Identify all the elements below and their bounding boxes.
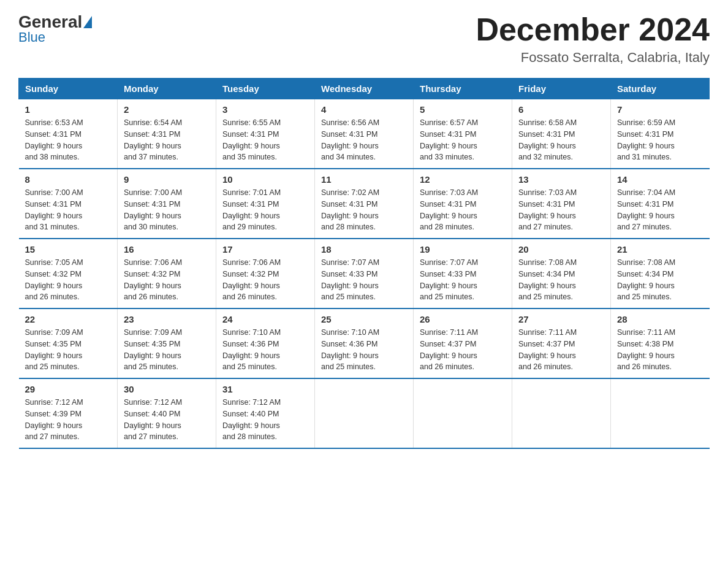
day-number: 16 xyxy=(124,244,210,255)
calendar-day-cell: 18Sunrise: 7:07 AMSunset: 4:33 PMDayligh… xyxy=(315,239,414,308)
day-number: 21 xyxy=(617,244,703,255)
day-header-thursday: Thursday xyxy=(414,79,512,99)
day-header-wednesday: Wednesday xyxy=(315,79,414,99)
calendar-day-cell: 4Sunrise: 6:56 AMSunset: 4:31 PMDaylight… xyxy=(315,99,414,169)
day-info: Sunrise: 7:00 AMSunset: 4:31 PMDaylight:… xyxy=(124,187,210,233)
day-number: 18 xyxy=(321,244,407,255)
calendar-day-cell: 30Sunrise: 7:12 AMSunset: 4:40 PMDayligh… xyxy=(118,378,216,448)
day-number: 8 xyxy=(25,174,112,185)
page-header: General Blue December 2024 Fossato Serra… xyxy=(18,12,710,66)
day-info: Sunrise: 7:06 AMSunset: 4:32 PMDaylight:… xyxy=(222,257,308,303)
day-info: Sunrise: 7:06 AMSunset: 4:32 PMDaylight:… xyxy=(124,257,210,303)
day-number: 14 xyxy=(617,174,703,185)
calendar-day-cell: 27Sunrise: 7:11 AMSunset: 4:37 PMDayligh… xyxy=(512,308,611,378)
day-info: Sunrise: 7:08 AMSunset: 4:34 PMDaylight:… xyxy=(518,257,604,303)
day-number: 26 xyxy=(420,314,506,324)
days-header-row: SundayMondayTuesdayWednesdayThursdayFrid… xyxy=(19,79,710,99)
day-number: 17 xyxy=(222,244,308,255)
day-number: 12 xyxy=(420,174,506,185)
day-number: 10 xyxy=(222,174,308,185)
day-info: Sunrise: 7:07 AMSunset: 4:33 PMDaylight:… xyxy=(321,257,407,303)
calendar-day-cell: 29Sunrise: 7:12 AMSunset: 4:39 PMDayligh… xyxy=(19,378,118,448)
day-number: 24 xyxy=(222,314,308,324)
day-number: 25 xyxy=(321,314,407,324)
day-header-friday: Friday xyxy=(512,79,611,99)
calendar-day-cell: 20Sunrise: 7:08 AMSunset: 4:34 PMDayligh… xyxy=(512,239,611,308)
day-info: Sunrise: 7:04 AMSunset: 4:31 PMDaylight:… xyxy=(617,187,703,233)
day-info: Sunrise: 6:56 AMSunset: 4:31 PMDaylight:… xyxy=(321,117,407,163)
day-number: 23 xyxy=(124,314,210,324)
day-info: Sunrise: 6:58 AMSunset: 4:31 PMDaylight:… xyxy=(518,117,604,163)
day-info: Sunrise: 6:59 AMSunset: 4:31 PMDaylight:… xyxy=(617,117,703,163)
calendar-day-cell: 13Sunrise: 7:03 AMSunset: 4:31 PMDayligh… xyxy=(512,169,611,239)
day-info: Sunrise: 6:57 AMSunset: 4:31 PMDaylight:… xyxy=(420,117,506,163)
day-number: 6 xyxy=(518,104,604,115)
calendar-week-row: 1Sunrise: 6:53 AMSunset: 4:31 PMDaylight… xyxy=(19,99,710,169)
day-header-monday: Monday xyxy=(118,79,216,99)
day-number: 13 xyxy=(518,174,604,185)
day-header-tuesday: Tuesday xyxy=(216,79,315,99)
calendar-day-cell: 11Sunrise: 7:02 AMSunset: 4:31 PMDayligh… xyxy=(315,169,414,239)
logo: General Blue xyxy=(18,12,93,45)
calendar-week-row: 22Sunrise: 7:09 AMSunset: 4:35 PMDayligh… xyxy=(19,308,710,378)
calendar-day-cell: 5Sunrise: 6:57 AMSunset: 4:31 PMDaylight… xyxy=(414,99,512,169)
day-number: 22 xyxy=(25,314,112,324)
day-number: 30 xyxy=(124,384,210,394)
day-info: Sunrise: 7:07 AMSunset: 4:33 PMDaylight:… xyxy=(420,257,506,303)
day-info: Sunrise: 7:12 AMSunset: 4:40 PMDaylight:… xyxy=(222,397,308,443)
logo-blue-text: Blue xyxy=(18,29,45,45)
title-section: December 2024 Fossato Serralta, Calabria… xyxy=(476,12,710,66)
day-info: Sunrise: 7:02 AMSunset: 4:31 PMDaylight:… xyxy=(321,187,407,233)
day-number: 9 xyxy=(124,174,210,185)
day-number: 5 xyxy=(420,104,506,115)
day-number: 11 xyxy=(321,174,407,185)
day-info: Sunrise: 7:00 AMSunset: 4:31 PMDaylight:… xyxy=(25,187,112,233)
calendar-day-cell: 7Sunrise: 6:59 AMSunset: 4:31 PMDaylight… xyxy=(611,99,710,169)
day-number: 19 xyxy=(420,244,506,255)
day-info: Sunrise: 7:11 AMSunset: 4:38 PMDaylight:… xyxy=(617,327,703,373)
day-info: Sunrise: 7:03 AMSunset: 4:31 PMDaylight:… xyxy=(518,187,604,233)
day-info: Sunrise: 7:10 AMSunset: 4:36 PMDaylight:… xyxy=(321,327,407,373)
calendar-day-cell: 21Sunrise: 7:08 AMSunset: 4:34 PMDayligh… xyxy=(611,239,710,308)
calendar-day-cell: 9Sunrise: 7:00 AMSunset: 4:31 PMDaylight… xyxy=(118,169,216,239)
calendar-day-cell: 12Sunrise: 7:03 AMSunset: 4:31 PMDayligh… xyxy=(414,169,512,239)
day-number: 15 xyxy=(25,244,112,255)
calendar-day-cell: 17Sunrise: 7:06 AMSunset: 4:32 PMDayligh… xyxy=(216,239,315,308)
day-header-sunday: Sunday xyxy=(19,79,118,99)
day-info: Sunrise: 6:53 AMSunset: 4:31 PMDaylight:… xyxy=(25,117,112,163)
day-info: Sunrise: 7:05 AMSunset: 4:32 PMDaylight:… xyxy=(25,257,112,303)
calendar-week-row: 8Sunrise: 7:00 AMSunset: 4:31 PMDaylight… xyxy=(19,169,710,239)
day-number: 4 xyxy=(321,104,407,115)
calendar-day-cell: 23Sunrise: 7:09 AMSunset: 4:35 PMDayligh… xyxy=(118,308,216,378)
day-info: Sunrise: 7:09 AMSunset: 4:35 PMDaylight:… xyxy=(124,327,210,373)
day-info: Sunrise: 7:12 AMSunset: 4:39 PMDaylight:… xyxy=(25,397,112,443)
calendar-day-cell: 31Sunrise: 7:12 AMSunset: 4:40 PMDayligh… xyxy=(216,378,315,448)
day-number: 2 xyxy=(124,104,210,115)
calendar-day-cell: 15Sunrise: 7:05 AMSunset: 4:32 PMDayligh… xyxy=(19,239,118,308)
day-number: 28 xyxy=(617,314,703,324)
day-info: Sunrise: 6:54 AMSunset: 4:31 PMDaylight:… xyxy=(124,117,210,163)
day-number: 3 xyxy=(222,104,308,115)
calendar-day-cell: 8Sunrise: 7:00 AMSunset: 4:31 PMDaylight… xyxy=(19,169,118,239)
calendar-week-row: 15Sunrise: 7:05 AMSunset: 4:32 PMDayligh… xyxy=(19,239,710,308)
calendar-day-cell: 2Sunrise: 6:54 AMSunset: 4:31 PMDaylight… xyxy=(118,99,216,169)
calendar-day-cell: 22Sunrise: 7:09 AMSunset: 4:35 PMDayligh… xyxy=(19,308,118,378)
calendar-day-cell xyxy=(512,378,611,448)
calendar-day-cell: 1Sunrise: 6:53 AMSunset: 4:31 PMDaylight… xyxy=(19,99,118,169)
day-info: Sunrise: 7:03 AMSunset: 4:31 PMDaylight:… xyxy=(420,187,506,233)
day-info: Sunrise: 7:11 AMSunset: 4:37 PMDaylight:… xyxy=(420,327,506,373)
day-header-saturday: Saturday xyxy=(611,79,710,99)
month-title: December 2024 xyxy=(476,12,710,47)
calendar-day-cell: 10Sunrise: 7:01 AMSunset: 4:31 PMDayligh… xyxy=(216,169,315,239)
day-number: 7 xyxy=(617,104,703,115)
day-info: Sunrise: 7:01 AMSunset: 4:31 PMDaylight:… xyxy=(222,187,308,233)
day-info: Sunrise: 7:08 AMSunset: 4:34 PMDaylight:… xyxy=(617,257,703,303)
calendar-day-cell: 19Sunrise: 7:07 AMSunset: 4:33 PMDayligh… xyxy=(414,239,512,308)
logo-triangle-icon xyxy=(83,16,92,28)
location-title: Fossato Serralta, Calabria, Italy xyxy=(476,50,710,66)
calendar-day-cell: 6Sunrise: 6:58 AMSunset: 4:31 PMDaylight… xyxy=(512,99,611,169)
day-number: 1 xyxy=(25,104,112,115)
day-info: Sunrise: 6:55 AMSunset: 4:31 PMDaylight:… xyxy=(222,117,308,163)
calendar-day-cell xyxy=(315,378,414,448)
calendar-day-cell: 24Sunrise: 7:10 AMSunset: 4:36 PMDayligh… xyxy=(216,308,315,378)
